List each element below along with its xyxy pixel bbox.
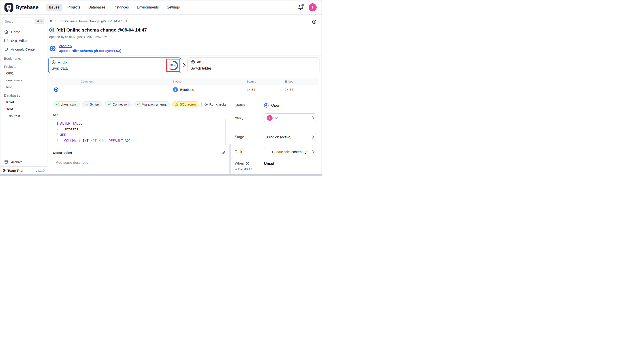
nav-item-databases[interactable]: Databases [86,3,108,11]
sidebar: ⌘ K Home SQL Editor Anomaly Center [0,14,48,174]
sql-label: SQL [53,113,226,116]
table-row[interactable]: B Bytebase 14:54 14:54 [50,85,318,94]
line-number: 1 [53,120,60,126]
task-name: Switch tables [191,66,317,70]
bytebase-logo[interactable]: Bytebase [4,3,38,12]
task-card-switch-tables[interactable]: db Switch tables [187,57,320,73]
user-avatar[interactable]: T [308,3,317,11]
breadcrumb-title[interactable]: [db] Online schema change @08-04 14:47 [59,19,122,23]
sql-editor[interactable]: 1ALTER TABLE2 sbtest13ADD4 COLUMN t INT … [53,119,226,145]
check-badge-sql-review[interactable]: SQL review [172,101,199,107]
check-icon [85,103,88,106]
nav-item-issues[interactable]: Issues [46,3,62,11]
task-link[interactable]: Update "db" schema gh-ost sync (1/2) [59,49,121,53]
check-badge-migration-schema[interactable]: Migration schema [134,101,170,107]
line-number: 2 [53,126,60,132]
task-card-sync-data[interactable]: → db Sync data 59% [48,57,181,73]
search-shortcut: ⌘ K [35,19,44,24]
checks-row: gh-ost sync Syntax Connection Migra [53,101,226,108]
sidebar-section-databases: Databases [0,91,47,99]
nav-item-settings[interactable]: Settings [164,3,183,11]
issue-status-open-icon [49,27,54,32]
code-line-text: ALTER TABLE [60,120,82,126]
issue-header: › [db] Online schema change @08-04 14:47… [48,14,322,42]
chevron-up-down-icon [311,116,314,120]
assignee-value: t2 [275,116,278,120]
breadcrumb-separator-icon: › [55,19,56,23]
cell-ended: 14:54 [281,88,318,91]
when-value: Unset [264,161,274,166]
code-line-text: COLUMN t INT NOT NULL DEFAULT 321; [60,138,133,144]
sidebar-project-item[interactable]: test [0,84,47,91]
pane-scrollbar[interactable] [229,144,231,174]
sidebar-item-anomaly-center[interactable]: Anomaly Center [0,45,47,54]
plan-label[interactable]: Team Plan [8,169,24,173]
question-circle-icon[interactable] [246,162,249,165]
stage-status-icon [50,46,56,51]
column-comment: Comment [77,80,170,83]
stage-select[interactable]: Prod db (active) [264,133,316,141]
app-window: Bytebase Issues Projects Databases Insta… [0,0,322,176]
stage-label: Stage [235,135,264,139]
star-icon[interactable]: ★ [125,18,128,23]
chevron-right-icon [182,63,186,68]
check-badge-ghost-sync[interactable]: gh-ost sync [53,101,80,107]
sidebar-env-test[interactable]: Test [0,106,47,112]
notifications-button[interactable] [298,4,304,10]
sidebar-item-archive[interactable]: Archive [0,158,47,166]
sidebar-section-bookmarks: Bookmarks [0,54,47,62]
check-icon [108,103,111,106]
sidebar-database-item[interactable]: db_test [0,112,47,119]
sidebar-item-home[interactable]: Home [0,27,47,36]
edit-description-button[interactable] [222,151,226,155]
check-badge-syntax[interactable]: Syntax [82,101,103,107]
line-number: 4 [53,138,60,144]
task-select[interactable]: 1 - Update "db" schema gh- [264,148,316,156]
chevron-up-down-icon [311,135,314,139]
code-line-text: sbtest1 [60,126,78,132]
check-label: SQL review [180,103,196,106]
sidebar-project-item[interactable]: 0801 [0,70,47,77]
row-status-icon [54,87,58,92]
sparkles-icon [2,168,6,173]
bytebase-logo-icon [4,3,14,12]
sidebar-env-prod[interactable]: Prod [0,99,47,106]
invoker-name: Bytebase [180,88,194,91]
nav-item-projects[interactable]: Projects [64,3,83,11]
breadcrumb: › [db] Online schema change @08-04 14:47… [49,18,316,24]
run-checks-button[interactable]: Run checks [202,101,229,108]
issue-sidebar-panel: Status Open Assignee T t2 [231,97,322,174]
column-invoker: Invoker [170,80,243,83]
nav-item-instances[interactable]: Instances [110,3,132,11]
table-header: Comment Invoker Started Ended [50,78,318,85]
question-circle-icon [312,19,317,24]
status-value: Open [271,103,280,108]
byline-suffix: at August 4, 2022 2:52 PM [69,35,108,39]
sidebar-item-label: SQL Editor [11,39,28,43]
help-button[interactable] [312,19,317,24]
stage-link[interactable]: Prod db [59,44,121,48]
issue-title: [db] Online schema change @08-04 14:47 [56,27,147,33]
byline-prefix: opened by [49,35,64,39]
sidebar-footer: Team Plan v1.3.0 [0,166,47,174]
when-timezone: UTC+0800 [235,167,264,171]
sidebar-item-sql-editor[interactable]: SQL Editor [0,36,47,45]
sidebar-project-item[interactable]: new_users [0,77,47,84]
home-breadcrumb-icon[interactable] [49,19,53,23]
description-placeholder[interactable]: Add some description... [56,161,226,165]
stage-row: Prod db Update "db" schema gh-ost sync (… [48,42,322,55]
code-scrollbar[interactable] [223,119,225,145]
line-number: 3 [53,132,60,138]
window-bottom-scrollbar[interactable] [0,174,322,176]
nav-item-environments[interactable]: Environments [134,3,162,11]
sidebar-item-label: Anomaly Center [11,47,36,51]
assignee-label: Assignee [235,116,264,120]
search-input[interactable] [5,19,35,23]
terminal-icon [4,38,8,43]
check-badge-connection[interactable]: Connection [105,101,132,107]
invoker-avatar: B [173,87,178,92]
task-database: db [197,60,202,64]
assignee-select[interactable]: T t2 [264,113,316,122]
warning-icon [175,103,178,106]
search-box[interactable]: ⌘ K [2,17,46,25]
